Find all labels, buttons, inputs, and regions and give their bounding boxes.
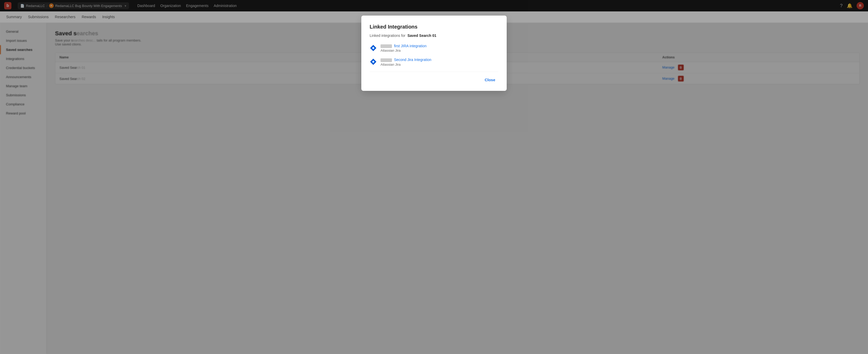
modal-subtitle-bold: Saved Search 01 [407,33,436,38]
jira-icon-2 [370,58,377,65]
integration-name-1: first JIRA integration [380,44,427,48]
modal-subtitle: Linked integrations for Saved Search 01 [370,33,498,38]
integration-item-2: Second Jira Integration Atlassian Jira [370,58,498,66]
integration-name-2: Second Jira Integration [380,58,431,62]
modal-footer: Close [370,72,498,84]
close-button[interactable]: Close [482,76,498,84]
blurred-name-2 [380,58,392,62]
integration-info-2: Second Jira Integration Atlassian Jira [380,58,431,66]
modal-overlay[interactable]: Linked Integrations Linked integrations … [0,0,868,354]
integration-item-1: first JIRA integration Atlassian Jira [370,44,498,53]
integration-type-2: Atlassian Jira [380,63,431,66]
integration-info-1: first JIRA integration Atlassian Jira [380,44,427,53]
blurred-name-1 [380,44,392,48]
integration-type-1: Atlassian Jira [380,49,427,53]
modal-title: Linked Integrations [370,24,498,30]
linked-integrations-modal: Linked Integrations Linked integrations … [361,15,507,91]
jira-icon-1 [370,44,377,52]
